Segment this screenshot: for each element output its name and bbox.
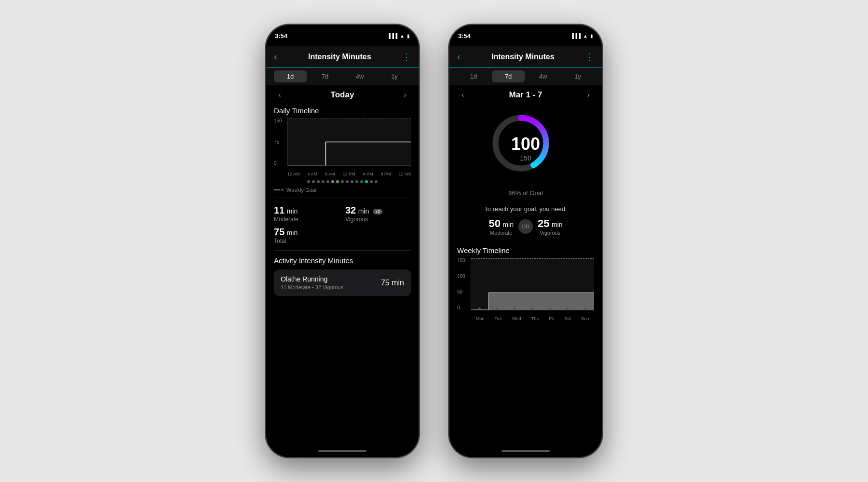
dot-7 xyxy=(346,180,349,183)
goal-moderate: 50 min Moderate xyxy=(489,217,514,236)
dot-8 xyxy=(351,180,353,183)
app-header-2: ‹ Intensity Minutes ⋮ xyxy=(449,46,602,67)
activity-info: Olathe Running 11 Moderate • 32 Vigorous xyxy=(281,275,343,290)
tab2-7d[interactable]: 7d xyxy=(492,70,525,82)
total-stat: 75 min Total xyxy=(266,225,419,250)
weekly-chart-area xyxy=(471,258,594,310)
phone-2: 3:54 ▐▐▐ ▲ ▮ ‹ Intensity Minutes ⋮ 1d 7d… xyxy=(448,24,603,458)
total-value-row: 75 min xyxy=(274,227,411,238)
tab-bar-2: 1d 7d 4w 1y xyxy=(449,67,602,85)
tab2-4w[interactable]: 4w xyxy=(527,70,559,82)
back-button-2[interactable]: ‹ xyxy=(457,51,461,62)
next-period-2[interactable]: › xyxy=(583,91,594,99)
home-bar-1 xyxy=(318,450,366,452)
stat-vigorous-value: 32 min x2 xyxy=(345,205,411,216)
moderate-number: 11 xyxy=(274,205,285,215)
dot-10 xyxy=(360,180,363,183)
goal-moderate-label: Moderate xyxy=(489,230,514,236)
stat-moderate: 11 min Moderate xyxy=(274,205,339,223)
tab-1d[interactable]: 1d xyxy=(274,70,307,82)
weekly-y-150: 150 xyxy=(457,258,465,263)
home-bar-2 xyxy=(502,450,550,452)
period-nav-1: ‹ Today › xyxy=(266,85,419,105)
screen-1: ‹ Intensity Minutes ⋮ 1d 7d 4w 1y ‹ Toda… xyxy=(266,46,419,457)
vigorous-badge: x2 xyxy=(373,209,383,214)
x-label-12pm: 12 PM xyxy=(342,172,355,176)
y-label-150: 150 xyxy=(274,119,282,123)
vigorous-label: Vigorous xyxy=(345,216,411,223)
time-1: 3:54 xyxy=(275,32,287,40)
chart-legend-1: Weekly Goal xyxy=(266,185,419,198)
header-title-2: Intensity Minutes xyxy=(491,53,555,61)
activity-name: Olathe Running xyxy=(281,275,343,283)
x-label-12am2: 12 AM xyxy=(398,172,411,176)
section-label-1: Daily Timeline xyxy=(266,105,419,119)
goal-vigorous-label: Vigorous xyxy=(538,230,563,236)
x-label-12am: 12 AM xyxy=(287,172,300,176)
time-2: 3:54 xyxy=(458,32,471,40)
goal-options: 50 min Moderate OR 25 min Vigorous xyxy=(457,217,594,236)
weekly-x-wed: Wed xyxy=(512,316,521,321)
tab2-1y[interactable]: 1y xyxy=(561,70,594,82)
activity-section-title: Activity Intensity Minutes xyxy=(274,256,411,265)
goal-moderate-unit: min xyxy=(502,221,514,228)
goal-vigorous-value: 25 xyxy=(538,217,549,229)
dot-4 xyxy=(322,180,325,183)
tab2-1d[interactable]: 1d xyxy=(457,70,490,82)
weekly-chart-svg xyxy=(471,258,594,310)
moderate-label: Moderate xyxy=(274,216,339,223)
dot-2 xyxy=(312,180,315,183)
battery-icon: ▮ xyxy=(407,33,410,39)
goal-vigorous-row: 25 min xyxy=(538,217,563,230)
status-icons-1: ▐▐▐ ▲ ▮ xyxy=(387,33,410,39)
dot-active-1 xyxy=(331,180,334,183)
or-badge: OR xyxy=(518,219,533,234)
prev-period-1[interactable]: ‹ xyxy=(274,91,285,99)
back-button-1[interactable]: ‹ xyxy=(274,51,277,62)
prev-period-2[interactable]: ‹ xyxy=(457,91,469,99)
activity-card[interactable]: Olathe Running 11 Moderate • 32 Vigorous… xyxy=(274,269,411,296)
dot-active-2 xyxy=(336,180,339,183)
weekly-section-label: Weekly Timeline xyxy=(449,244,602,258)
moderate-unit: min xyxy=(287,207,298,215)
phone-1: 3:54 ▐▐▐ ▲ ▮ ‹ Intensity Minutes ⋮ 1d 7d… xyxy=(265,24,420,458)
weekly-dashed-line xyxy=(471,258,594,259)
tab-4w[interactable]: 4w xyxy=(343,70,376,82)
x-label-8pm: 8 PM xyxy=(380,172,391,176)
goal-vigorous: 25 min Vigorous xyxy=(538,217,563,236)
dot-blue xyxy=(365,180,368,183)
wifi-icon-2: ▲ xyxy=(583,33,588,39)
stat-vigorous: 32 min x2 Vigorous xyxy=(345,205,411,223)
dot-11 xyxy=(370,180,373,183)
goal-message: To reach your goal, you need: 50 min Mod… xyxy=(449,201,602,240)
home-indicator-2 xyxy=(449,445,602,457)
vigorous-number: 32 xyxy=(345,205,356,215)
w-dot-2 xyxy=(496,308,499,310)
tab-1y[interactable]: 1y xyxy=(378,70,411,82)
w-dot-4 xyxy=(531,308,534,310)
more-button-2[interactable]: ⋮ xyxy=(585,52,594,62)
total-unit: min xyxy=(287,229,298,237)
weekly-chart-container: 150 100 50 0 Mon Tue xyxy=(457,258,594,321)
dot-3 xyxy=(317,180,320,183)
weekly-x-mon: Mon xyxy=(476,316,485,321)
weekly-y-labels: 150 100 50 0 xyxy=(457,258,465,310)
x-label-8am: 8 AM xyxy=(325,172,335,176)
donut-container: 100 150 66% of Goal xyxy=(449,105,602,201)
next-period-1[interactable]: › xyxy=(399,91,411,99)
chart-container-1: 150 75 0 12 AM 4 AM 8 AM 12 PM 4 PM xyxy=(274,119,411,176)
x-label-4am: 4 AM xyxy=(307,172,317,176)
tab-7d[interactable]: 7d xyxy=(309,70,341,82)
signal-icon: ▐▐▐ xyxy=(387,33,397,39)
notch-2 xyxy=(494,25,557,39)
dashed-goal-line xyxy=(288,119,411,119)
timeline-dots-1 xyxy=(266,178,419,185)
more-button-1[interactable]: ⋮ xyxy=(402,52,411,62)
weekly-x-tue: Tue xyxy=(495,316,502,321)
screen-2: ‹ Intensity Minutes ⋮ 1d 7d 4w 1y ‹ Mar … xyxy=(449,46,602,457)
app-header-1: ‹ Intensity Minutes ⋮ xyxy=(266,46,419,67)
vigorous-unit: min xyxy=(358,207,369,215)
status-bar-2: 3:54 ▐▐▐ ▲ ▮ xyxy=(449,25,602,46)
total-number: 75 xyxy=(274,227,285,237)
x-label-4pm: 4 PM xyxy=(363,172,373,176)
